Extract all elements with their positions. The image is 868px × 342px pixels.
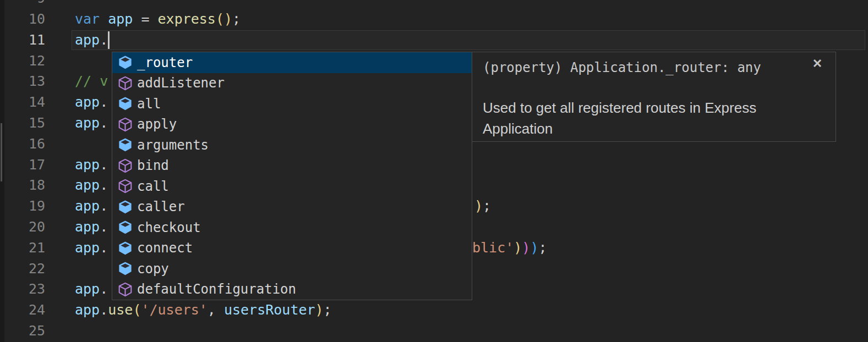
code-text-tail: blic'))); [472, 238, 547, 258]
suggestion-label: copy [137, 261, 169, 277]
suggestion-label: all [137, 96, 161, 112]
code-token: app [75, 94, 100, 110]
line-number: 14 [0, 92, 45, 113]
suggestion-item-connect[interactable]: connect [112, 238, 472, 259]
symbol-field-icon [118, 241, 133, 256]
code-text: app.use('/users', usersRouter); [75, 300, 332, 321]
line-number: 13 [0, 71, 45, 92]
code-token: ) [224, 11, 232, 27]
line-number: 10 [0, 9, 45, 30]
line-number: 15 [0, 113, 45, 134]
text-cursor [108, 31, 110, 49]
suggestion-item-caller[interactable]: caller [112, 197, 472, 218]
symbol-field-icon [118, 200, 133, 214]
code-token: ; [324, 302, 332, 318]
line-number: 12 [0, 51, 45, 71]
suggestion-label: arguments [137, 137, 209, 153]
code-token: . [100, 115, 108, 131]
suggestion-label: caller [137, 199, 185, 214]
symbol-field-icon [118, 55, 133, 70]
code-token: ) [530, 240, 538, 256]
code-token: ) [514, 240, 522, 256]
code-token: ; [483, 198, 491, 214]
suggestion-item-all[interactable]: all [112, 93, 472, 114]
symbol-field-icon [118, 261, 133, 276]
suggest-details-panel: (property) Application._router: any ✕ Us… [472, 52, 836, 142]
code-text: app. [75, 196, 108, 217]
suggestion-item-call[interactable]: call [112, 176, 472, 197]
code-token: app [75, 281, 100, 297]
suggestion-item-checkout[interactable]: checkout [112, 217, 472, 238]
line-number: 22 [0, 258, 45, 279]
code-text: var app = express(); [75, 9, 241, 30]
code-text: app. [75, 113, 108, 134]
code-text: app. [75, 175, 108, 196]
suggestion-item-_router[interactable]: _router [112, 52, 472, 73]
code-line[interactable]: 9 [0, 0, 868, 9]
code-line[interactable]: 25 [0, 321, 868, 341]
code-token: ( [216, 11, 224, 27]
suggestion-item-arguments[interactable]: arguments [112, 135, 472, 156]
code-token: // v [75, 73, 108, 89]
code-line[interactable]: 10var app = express(); [0, 9, 868, 30]
code-text: app. [75, 155, 108, 175]
code-token: . [100, 219, 108, 235]
code-token: app [75, 115, 100, 131]
code-line[interactable]: 11app. [0, 30, 868, 51]
intellisense-suggest-widget[interactable]: _routeraddListenerallapplyargumentsbindc… [112, 52, 472, 300]
suggestion-label: addListener [137, 75, 225, 91]
code-token: app [75, 240, 100, 256]
suggestion-label: apply [137, 117, 177, 132]
code-token: usersRouter [224, 302, 315, 318]
symbol-field-icon [118, 220, 133, 235]
code-token: use [108, 302, 133, 318]
code-token: ( [133, 302, 141, 318]
suggestion-item-apply[interactable]: apply [112, 114, 472, 135]
code-token: blic' [472, 240, 514, 256]
code-token: . [100, 302, 108, 318]
suggestion-label: _router [137, 55, 193, 70]
close-icon[interactable]: ✕ [809, 56, 826, 72]
code-text: app. [75, 30, 108, 51]
code-token [100, 11, 108, 27]
code-token: . [100, 198, 108, 214]
code-token: ) [474, 198, 483, 214]
line-number: 24 [0, 300, 45, 321]
line-number: 20 [0, 217, 45, 238]
suggestion-label: call [137, 179, 169, 194]
suggestion-label: connect [137, 240, 193, 256]
suggestion-signature: (property) Application._router: any [483, 59, 761, 76]
suggestion-item-addListener[interactable]: addListener [112, 73, 472, 94]
suggestion-item-bind[interactable]: bind [112, 156, 472, 176]
suggestion-label: defaultConfiguration [137, 282, 296, 297]
code-token: app [75, 157, 100, 173]
symbol-method-icon [118, 282, 133, 297]
line-number: 19 [0, 196, 45, 217]
code-token: app [75, 198, 100, 214]
code-token: . [100, 94, 108, 110]
symbol-field-icon [118, 137, 133, 152]
suggestion-item-copy[interactable]: copy [112, 258, 472, 279]
suggestion-label: bind [137, 158, 169, 173]
line-number: 21 [0, 238, 45, 258]
code-token: var [75, 11, 100, 27]
code-token: app [75, 177, 100, 193]
code-text: app. [75, 238, 108, 258]
line-number: 17 [0, 155, 45, 175]
code-line[interactable]: 24app.use('/users', usersRouter); [0, 300, 868, 321]
code-token: . [100, 240, 108, 256]
symbol-method-icon [118, 158, 133, 173]
code-token: '/users' [141, 302, 207, 318]
code-text: app. [75, 217, 108, 238]
code-token: app [75, 219, 100, 235]
code-text: app. [75, 92, 108, 113]
code-text: app. [75, 279, 108, 300]
line-number: 23 [0, 279, 45, 300]
code-token: . [100, 157, 108, 173]
code-token: app [75, 32, 100, 48]
symbol-method-icon [118, 76, 133, 91]
code-token: = [133, 11, 157, 27]
code-token: ; [538, 240, 547, 256]
suggestion-item-defaultConfiguration[interactable]: defaultConfiguration [112, 279, 472, 300]
line-number: 25 [0, 321, 45, 341]
